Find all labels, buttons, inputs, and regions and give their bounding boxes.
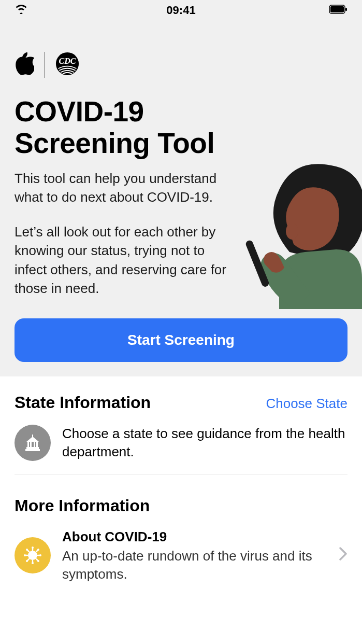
cdc-logo-icon: CDC <box>55 52 79 78</box>
state-info-row: Choose a state to see guidance from the … <box>15 412 347 474</box>
more-info-title: More Information <box>15 496 150 515</box>
state-info-desc: Choose a state to see guidance from the … <box>62 425 347 461</box>
logo-divider <box>45 52 45 78</box>
svg-point-5 <box>286 223 298 240</box>
svg-rect-9 <box>27 442 29 447</box>
svg-point-29 <box>26 560 28 562</box>
state-info-title: State Information <box>15 393 151 412</box>
wifi-icon <box>15 4 28 17</box>
svg-rect-11 <box>34 442 35 447</box>
svg-rect-12 <box>36 442 38 447</box>
svg-rect-8 <box>26 447 39 449</box>
svg-rect-2 <box>345 8 347 11</box>
hero: CDC COVID-19 Screening Tool This tool ca… <box>0 21 362 376</box>
svg-point-26 <box>39 554 41 556</box>
start-screening-button[interactable]: Start Screening <box>15 318 347 362</box>
svg-point-27 <box>26 549 28 551</box>
battery-icon <box>329 4 347 17</box>
svg-rect-7 <box>25 449 40 451</box>
page-title: COVID-19 Screening Tool <box>15 96 273 159</box>
brand-logos: CDC <box>15 52 347 78</box>
about-covid-row[interactable]: About COVID-19 An up-to-date rundown of … <box>15 515 347 596</box>
section-state-information: State Information Choose State Choose a … <box>0 376 362 474</box>
svg-point-25 <box>24 554 26 556</box>
svg-point-24 <box>32 562 34 564</box>
svg-point-30 <box>37 549 39 551</box>
status-time: 09:41 <box>166 4 195 17</box>
about-covid-text: About COVID-19 An up-to-date rundown of … <box>62 528 326 583</box>
chevron-right-icon <box>339 547 347 564</box>
svg-point-23 <box>32 547 34 549</box>
about-covid-desc: An up-to-date rundown of the virus and i… <box>62 547 326 583</box>
intro-paragraph-2: Let’s all look out for each other by kno… <box>15 222 237 298</box>
status-bar: 09:41 <box>0 0 362 21</box>
section-more-information: More Information <box>0 480 362 596</box>
apple-logo-icon <box>15 52 34 78</box>
choose-state-link[interactable]: Choose State <box>266 396 347 412</box>
svg-rect-13 <box>32 435 33 437</box>
hero-illustration <box>233 159 362 309</box>
about-covid-title: About COVID-19 <box>62 528 326 546</box>
svg-rect-1 <box>330 6 344 12</box>
virus-icon <box>15 537 51 573</box>
svg-rect-10 <box>30 442 32 447</box>
capitol-icon <box>15 425 51 461</box>
svg-text:CDC: CDC <box>59 57 76 65</box>
intro-paragraph-1: This tool can help you understand what t… <box>15 169 237 207</box>
svg-point-28 <box>37 560 39 562</box>
